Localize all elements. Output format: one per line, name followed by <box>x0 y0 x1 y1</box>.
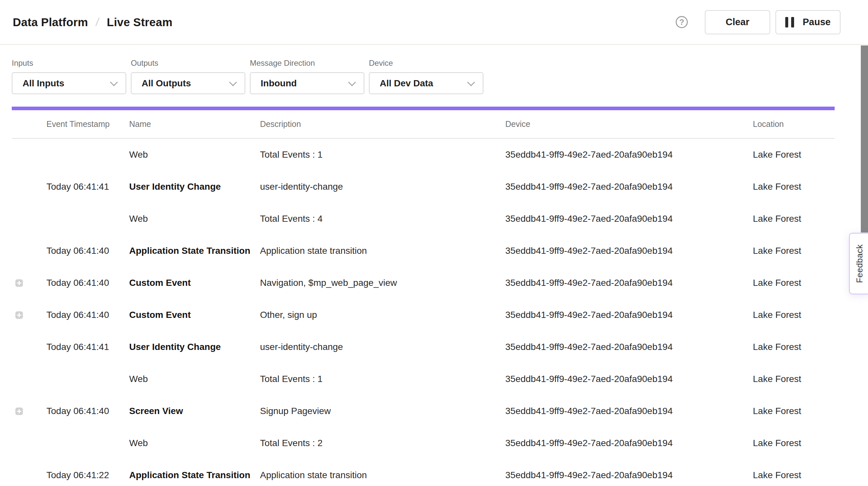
table-row[interactable]: Today 06:41:41 User Identity Change user… <box>12 331 835 363</box>
event-description: Signup Pageview <box>260 406 505 416</box>
event-description: user-identity-change <box>260 342 505 352</box>
event-name: Custom Event <box>129 278 260 288</box>
device-select[interactable]: All Dev Data <box>369 72 484 94</box>
table-row[interactable]: Today 06:41:41 User Identity Change user… <box>12 171 835 203</box>
event-description: user-identity-change <box>260 182 505 192</box>
chevron-down-icon <box>110 79 118 86</box>
event-name: Web <box>129 374 260 384</box>
expand-plus-icon[interactable] <box>16 311 23 319</box>
event-timestamp: Today 06:41:40 <box>46 246 129 256</box>
table-row[interactable]: Today 06:41:22 Application State Transit… <box>12 459 835 486</box>
column-header-description: Description <box>260 119 505 129</box>
pause-button[interactable]: Pause <box>775 10 840 34</box>
inputs-select[interactable]: All Inputs <box>12 72 126 94</box>
event-device: 35eddb41-9ff9-49e2-7aed-20afa90eb194 <box>505 374 753 384</box>
event-description: Total Events : 1 <box>260 374 505 384</box>
message-direction-select-value: Inbound <box>261 78 297 89</box>
filter-device: Device All Dev Data <box>369 59 484 94</box>
column-header-timestamp: Event Timestamp <box>46 119 129 129</box>
event-location: Lake Forest <box>753 310 835 320</box>
table-row[interactable]: Today 06:41:40 Custom Event Other, sign … <box>12 299 835 331</box>
expand-cell <box>12 279 46 287</box>
event-device: 35eddb41-9ff9-49e2-7aed-20afa90eb194 <box>505 406 753 416</box>
feedback-tab[interactable]: Feedback <box>849 233 868 294</box>
table-body: Web Total Events : 1 35eddb41-9ff9-49e2-… <box>12 139 835 486</box>
chevron-down-icon <box>229 79 237 86</box>
filter-inputs: Inputs All Inputs <box>12 59 126 94</box>
event-timestamp: Today 06:41:40 <box>46 278 129 288</box>
breadcrumb-separator: / <box>95 16 100 28</box>
event-location: Lake Forest <box>753 182 835 192</box>
event-timestamp: Today 06:41:41 <box>46 342 129 352</box>
clear-button[interactable]: Clear <box>705 10 770 34</box>
filter-message-direction: Message Direction Inbound <box>250 59 364 94</box>
event-device: 35eddb41-9ff9-49e2-7aed-20afa90eb194 <box>505 182 753 192</box>
event-name: User Identity Change <box>129 182 260 192</box>
pause-icon <box>785 17 794 28</box>
event-description: Total Events : 4 <box>260 214 505 224</box>
chevron-down-icon <box>467 79 475 86</box>
breadcrumb: Data Platform / Live Stream <box>13 16 173 29</box>
event-device: 35eddb41-9ff9-49e2-7aed-20afa90eb194 <box>505 246 753 256</box>
filter-bar: Inputs All Inputs Outputs All Outputs Me… <box>0 45 868 94</box>
event-location: Lake Forest <box>753 374 835 384</box>
table-row[interactable]: Web Total Events : 4 35eddb41-9ff9-49e2-… <box>12 203 835 235</box>
event-device: 35eddb41-9ff9-49e2-7aed-20afa90eb194 <box>505 438 753 448</box>
event-device: 35eddb41-9ff9-49e2-7aed-20afa90eb194 <box>505 470 753 481</box>
table-row[interactable]: Today 06:41:40 Custom Event Navigation, … <box>12 267 835 299</box>
filter-outputs: Outputs All Outputs <box>131 59 245 94</box>
outputs-select-value: All Outputs <box>142 78 191 89</box>
event-description: Navigation, $mp_web_page_view <box>260 278 505 288</box>
breadcrumb-section[interactable]: Data Platform <box>13 16 88 29</box>
event-description: Total Events : 1 <box>260 149 505 160</box>
chevron-down-icon <box>348 79 356 86</box>
page-title: Live Stream <box>107 16 173 29</box>
event-timestamp: Today 06:41:40 <box>46 406 129 416</box>
event-location: Lake Forest <box>753 406 835 416</box>
event-location: Lake Forest <box>753 342 835 352</box>
event-name: Web <box>129 214 260 224</box>
clear-button-label: Clear <box>726 17 750 28</box>
column-header-location: Location <box>753 119 835 129</box>
event-name: Web <box>129 149 260 160</box>
event-device: 35eddb41-9ff9-49e2-7aed-20afa90eb194 <box>505 310 753 320</box>
event-name: User Identity Change <box>129 342 260 352</box>
column-header-name: Name <box>129 119 260 129</box>
event-location: Lake Forest <box>753 214 835 224</box>
table-row[interactable]: Web Total Events : 1 35eddb41-9ff9-49e2-… <box>12 363 835 395</box>
event-timestamp: Today 06:41:40 <box>46 310 129 320</box>
table-header-row: Event Timestamp Name Description Device … <box>12 110 835 139</box>
expand-plus-icon[interactable] <box>16 407 23 415</box>
event-description: Other, sign up <box>260 310 505 320</box>
event-description: Application state transition <box>260 470 505 481</box>
event-timestamp: Today 06:41:41 <box>46 182 129 192</box>
event-name: Application State Transition <box>129 246 260 256</box>
table-row[interactable]: Web Total Events : 2 35eddb41-9ff9-49e2-… <box>12 427 835 459</box>
outputs-select[interactable]: All Outputs <box>131 72 245 94</box>
filter-device-label: Device <box>369 59 484 68</box>
event-location: Lake Forest <box>753 438 835 448</box>
table-row[interactable]: Today 06:41:40 Application State Transit… <box>12 235 835 267</box>
help-icon[interactable]: ? <box>676 16 688 28</box>
topbar-actions: ? Clear Pause <box>676 10 840 34</box>
filter-inputs-label: Inputs <box>12 59 126 68</box>
event-name: Web <box>129 438 260 448</box>
pause-button-label: Pause <box>803 17 830 28</box>
event-location: Lake Forest <box>753 470 835 481</box>
event-device: 35eddb41-9ff9-49e2-7aed-20afa90eb194 <box>505 342 753 352</box>
table-row[interactable]: Today 06:41:40 Screen View Signup Pagevi… <box>12 395 835 427</box>
accent-divider <box>12 107 835 110</box>
table-row[interactable]: Web Total Events : 1 35eddb41-9ff9-49e2-… <box>12 139 835 171</box>
message-direction-select[interactable]: Inbound <box>250 72 364 94</box>
column-header-device: Device <box>505 119 753 129</box>
top-header-bar: Data Platform / Live Stream ? Clear Paus… <box>0 0 868 45</box>
event-description: Application state transition <box>260 246 505 256</box>
event-device: 35eddb41-9ff9-49e2-7aed-20afa90eb194 <box>505 149 753 160</box>
vertical-scrollbar-thumb[interactable] <box>861 45 868 233</box>
inputs-select-value: All Inputs <box>23 78 64 89</box>
event-description: Total Events : 2 <box>260 438 505 448</box>
expand-plus-icon[interactable] <box>16 279 23 287</box>
event-name: Screen View <box>129 406 260 416</box>
event-name: Application State Transition <box>129 470 260 481</box>
filter-outputs-label: Outputs <box>131 59 245 68</box>
